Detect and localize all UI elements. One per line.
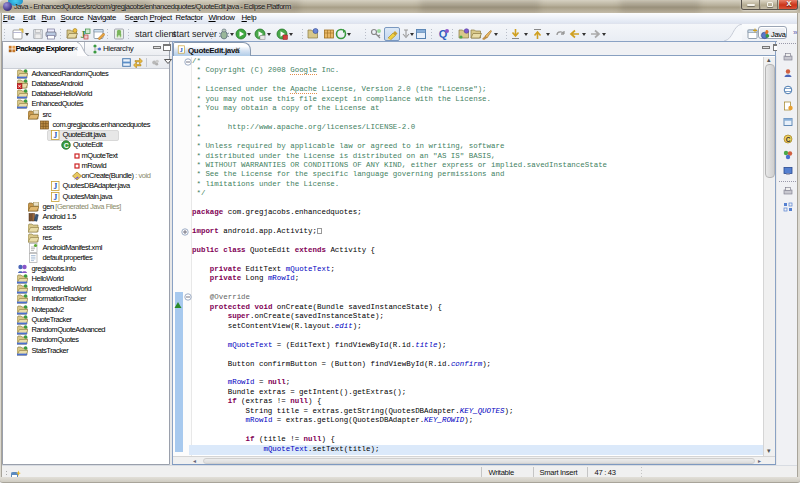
svg-text:C: C — [786, 136, 791, 143]
svg-text:C: C — [63, 142, 68, 149]
svg-text:J: J — [180, 46, 183, 52]
